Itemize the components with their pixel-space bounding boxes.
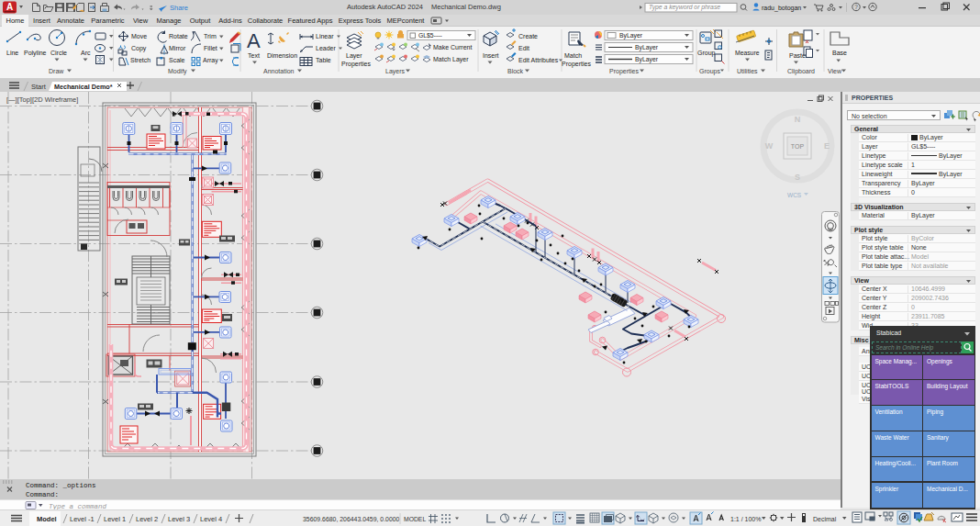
svg-text:Trim: Trim [204, 33, 217, 39]
svg-text:View: View [828, 68, 842, 74]
svg-text:Fillet: Fillet [204, 45, 217, 51]
svg-text:Annotation: Annotation [263, 68, 295, 74]
svg-text:Edit Attributes: Edit Attributes [518, 57, 559, 63]
svg-text:Table: Table [316, 57, 331, 63]
svg-text:Make Current: Make Current [433, 44, 472, 50]
svg-text:Scale: Scale [169, 57, 185, 63]
svg-text:Mirror: Mirror [169, 45, 186, 51]
svg-text:Insert: Insert [483, 52, 499, 59]
svg-text:GL$5----: GL$5---- [418, 32, 442, 39]
svg-text:?: ? [854, 4, 858, 10]
svg-text:Utilities: Utilities [737, 68, 758, 74]
svg-text:Properties: Properties [341, 61, 371, 68]
svg-text:ByLayer: ByLayer [635, 44, 659, 51]
svg-text:N: N [795, 115, 801, 124]
svg-text:Model: Model [37, 515, 57, 523]
svg-text:ByLayer: ByLayer [635, 56, 659, 63]
svg-text:35609.6680, 206443.0459, 0.000: 35609.6680, 206443.0459, 0.0000 [303, 516, 400, 522]
svg-text:Base: Base [832, 50, 847, 56]
svg-text:Properties: Properties [562, 61, 591, 68]
svg-text:Layers: Layers [385, 68, 406, 75]
svg-text:Draw: Draw [49, 68, 64, 74]
svg-text:Groups: Groups [699, 68, 720, 75]
svg-text:S: S [795, 173, 800, 182]
svg-text:1:1 / 100%: 1:1 / 100% [730, 516, 761, 522]
svg-text:Edit: Edit [518, 45, 529, 51]
svg-text:Circle: Circle [50, 50, 67, 56]
svg-text:Dimension: Dimension [267, 52, 297, 59]
svg-text:Move: Move [131, 33, 147, 39]
svg-text:WCS: WCS [787, 192, 802, 198]
svg-text:Paste: Paste [789, 52, 806, 59]
svg-text:Line: Line [6, 50, 18, 56]
svg-text:Type a keyword or phrase: Type a keyword or phrase [649, 4, 720, 11]
svg-text:E: E [824, 141, 830, 151]
svg-text:[—][Top][2D Wireframe]: [—][Top][2D Wireframe] [6, 95, 78, 104]
svg-text:Linear: Linear [316, 33, 334, 39]
svg-text:Start: Start [31, 83, 47, 91]
svg-text:W: W [765, 141, 774, 151]
svg-text:TOP: TOP [791, 143, 805, 150]
svg-text:Block: Block [507, 68, 524, 74]
svg-text:Autodesk AutoCAD 2024: Autodesk AutoCAD 2024 [347, 3, 423, 11]
svg-text:Leader: Leader [316, 45, 336, 51]
svg-text:Mechanical Demo.dwg: Mechanical Demo.dwg [431, 3, 501, 11]
svg-text:Measure: Measure [735, 50, 760, 56]
svg-text:Properties: Properties [609, 68, 639, 75]
svg-text:Level 4: Level 4 [200, 515, 222, 523]
svg-text:Group: Group [697, 50, 716, 57]
svg-text:MODEL: MODEL [404, 516, 426, 522]
svg-text:Stretch: Stretch [130, 57, 150, 63]
svg-text:Layer: Layer [346, 52, 362, 60]
svg-text:Level 2: Level 2 [136, 515, 158, 523]
svg-text:Copy: Copy [131, 45, 147, 52]
svg-text:Clipboard: Clipboard [787, 68, 815, 75]
svg-text:Text: Text [248, 52, 260, 59]
svg-text:radu_botogan: radu_botogan [762, 5, 801, 12]
svg-text:Array: Array [203, 57, 218, 64]
svg-text:Create: Create [518, 33, 538, 39]
svg-text:Modify: Modify [168, 68, 187, 75]
svg-text:Match: Match [564, 52, 582, 59]
svg-text:Level -1: Level -1 [70, 515, 95, 523]
svg-text:Mechanical Demo*: Mechanical Demo* [54, 83, 113, 91]
svg-text:A: A [247, 29, 261, 52]
svg-text:Level 1: Level 1 [104, 515, 126, 523]
svg-text:Decimal: Decimal [813, 516, 837, 522]
svg-text:ByLayer: ByLayer [619, 32, 643, 39]
svg-text:Polyline: Polyline [24, 50, 47, 57]
svg-text:Share: Share [170, 4, 188, 12]
svg-text:Match Layer: Match Layer [433, 56, 469, 63]
svg-text:Rotate: Rotate [169, 33, 188, 39]
svg-text:Arc: Arc [81, 50, 91, 56]
svg-text:Level 3: Level 3 [168, 515, 190, 523]
svg-text:A: A [6, 2, 13, 12]
